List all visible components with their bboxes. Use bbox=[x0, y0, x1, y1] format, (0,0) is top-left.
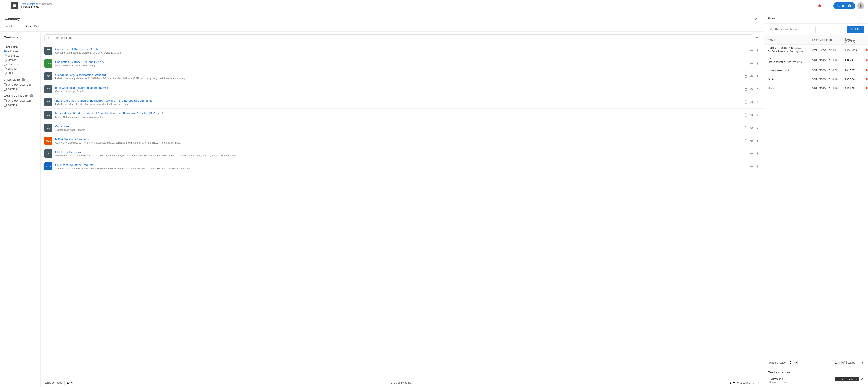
item-view-button[interactable] bbox=[749, 138, 754, 143]
item-copy-button[interactable] bbox=[743, 100, 748, 105]
item-view-button[interactable] bbox=[749, 151, 754, 156]
item-more-button[interactable] bbox=[755, 61, 760, 66]
item-more-button[interactable] bbox=[755, 138, 760, 143]
created-by-info-icon[interactable]: i bbox=[22, 78, 25, 81]
files-prev-page-button[interactable]: ‹ bbox=[856, 360, 860, 365]
filter-modified-admin[interactable]: admin (3) bbox=[4, 103, 37, 107]
item-copy-button[interactable] bbox=[743, 112, 748, 117]
files-next-page-button[interactable]: › bbox=[861, 360, 864, 365]
item-name-link[interactable]: UNESCO Thesaurus bbox=[55, 150, 741, 154]
files-col-size: Size (bytes) bbox=[841, 35, 861, 45]
item-name-link[interactable]: Population, Surface Area and Density bbox=[55, 60, 741, 64]
item-name-link[interactable]: https://eccenca.dev/graphs/demo/overall/ bbox=[55, 86, 741, 90]
file-size: 763,500 bbox=[841, 75, 861, 84]
item-more-button[interactable] bbox=[755, 164, 760, 169]
item-more-button[interactable] bbox=[755, 74, 760, 79]
item-view-button[interactable] bbox=[749, 61, 754, 66]
item-actions bbox=[743, 138, 760, 143]
breadcrumb: Data integration / Open Data Open Data bbox=[21, 2, 53, 9]
item-name-link[interactable]: International Standard Industrial Classi… bbox=[55, 112, 741, 115]
more-options-button[interactable] bbox=[825, 2, 832, 9]
add-file-button[interactable]: Add File bbox=[847, 26, 864, 33]
items-next-page-button[interactable]: › bbox=[756, 380, 760, 385]
item-view-button[interactable] bbox=[749, 74, 754, 79]
item-desc: Comprehensive data set from The Meteorit… bbox=[55, 141, 741, 144]
filter-linking[interactable]: Linking bbox=[4, 67, 37, 70]
item-copy-button[interactable] bbox=[743, 151, 748, 156]
item-more-button[interactable] bbox=[755, 100, 760, 105]
items-search-wrap bbox=[44, 34, 753, 41]
last-modified-info-icon[interactable]: i bbox=[30, 94, 33, 97]
item-more-button[interactable] bbox=[755, 151, 760, 156]
file-date: 02/11/2020, 16:44:10 bbox=[808, 84, 841, 93]
item-view-button[interactable] bbox=[749, 87, 754, 92]
files-header: Files bbox=[764, 12, 868, 24]
items-page-select[interactable]: 1 2 bbox=[727, 380, 736, 385]
file-delete-button[interactable] bbox=[864, 77, 868, 82]
items-search-input[interactable] bbox=[44, 34, 753, 41]
item-copy-button[interactable] bbox=[743, 87, 748, 92]
sidebar-filters: Contents ITEM TYPE All types Workflow Da… bbox=[0, 32, 41, 387]
filter-task[interactable]: Task bbox=[4, 71, 37, 74]
item-view-button[interactable] bbox=[749, 100, 754, 105]
files-search-input[interactable] bbox=[768, 26, 815, 33]
item-name-link[interactable]: Statistical Classification of Economic A… bbox=[55, 99, 741, 102]
item-name-link[interactable]: Currencies bbox=[55, 125, 741, 128]
item-name-link[interactable]: UN List of Industrial Products bbox=[55, 163, 741, 167]
item-more-button[interactable] bbox=[755, 125, 760, 130]
item-name-link[interactable]: Global Industry Classification Standard bbox=[55, 73, 741, 76]
item-copy-button[interactable] bbox=[743, 138, 748, 143]
items-pagination-right: 1 2 of 2 pages ‹ › bbox=[727, 380, 760, 385]
files-per-page: Items per page: 5 10 bbox=[768, 360, 798, 365]
item-copy-button[interactable] bbox=[743, 125, 748, 130]
breadcrumb-parent-link[interactable]: Data integration bbox=[21, 2, 38, 5]
filter-transform[interactable]: Transform bbox=[4, 63, 37, 66]
file-delete-button[interactable] bbox=[864, 86, 868, 91]
item-name-link[interactable]: Create overall Knowledge Graph bbox=[55, 47, 741, 51]
item-view-button[interactable] bbox=[749, 164, 754, 169]
menu-button[interactable] bbox=[4, 4, 8, 8]
filter-dataset[interactable]: Dataset bbox=[4, 59, 37, 62]
topbar: Data integration / Open Data Open Data C… bbox=[0, 0, 868, 12]
item-copy-button[interactable] bbox=[743, 61, 748, 66]
filter-created-unknown[interactable]: Unknown user (13) bbox=[4, 83, 37, 86]
summary-edit-button[interactable] bbox=[753, 15, 759, 22]
sort-button[interactable] bbox=[755, 35, 760, 41]
item-more-button[interactable] bbox=[755, 112, 760, 117]
user-avatar-button[interactable] bbox=[857, 2, 864, 9]
item-view-button[interactable] bbox=[749, 48, 754, 53]
label-value: Open Data bbox=[26, 24, 40, 28]
item-copy-button[interactable] bbox=[743, 48, 748, 53]
create-button[interactable]: Create bbox=[833, 2, 855, 9]
items-per-page-select[interactable]: 10 20 50 bbox=[64, 380, 74, 385]
item-name-link[interactable]: NASA Meteorite Landings bbox=[55, 138, 741, 141]
file-name: gics.ttl bbox=[764, 84, 808, 93]
files-pagination: Items per page: 5 10 1 2 3 of 3 pages bbox=[764, 358, 868, 367]
list-item: XML NASA Meteorite Landings Comprehensiv… bbox=[41, 134, 764, 147]
item-view-button[interactable] bbox=[749, 125, 754, 130]
filter-all-types[interactable]: All types bbox=[4, 50, 37, 53]
item-more-button[interactable] bbox=[755, 87, 760, 92]
file-delete-button[interactable] bbox=[864, 48, 868, 52]
files-header-more-button[interactable] bbox=[858, 15, 864, 21]
files-search-bar: Add File bbox=[764, 24, 868, 35]
filter-created-admin[interactable]: admin (2) bbox=[4, 87, 37, 91]
delete-button[interactable] bbox=[816, 2, 823, 9]
filter-workflow[interactable]: Workflow bbox=[4, 54, 37, 57]
items-area: Create overall Knowledge Graph Use all e… bbox=[41, 32, 764, 387]
filter-modified-unknown[interactable]: Unknown user (12) bbox=[4, 99, 37, 102]
item-copy-button[interactable] bbox=[743, 164, 748, 169]
files-per-page-select[interactable]: 5 10 bbox=[788, 360, 798, 365]
file-delete-button[interactable] bbox=[864, 68, 868, 73]
files-page-select[interactable]: 1 2 3 bbox=[833, 360, 842, 365]
items-prev-page-button[interactable]: ‹ bbox=[751, 380, 755, 385]
edit-prefix-button[interactable] bbox=[860, 377, 864, 381]
item-badge bbox=[44, 72, 53, 80]
item-content: Population, Surface Area and Density dow… bbox=[55, 60, 741, 67]
item-type-group-label: ITEM TYPE bbox=[4, 45, 37, 48]
item-view-button[interactable] bbox=[749, 112, 754, 117]
item-copy-button[interactable] bbox=[743, 74, 748, 79]
file-delete-button[interactable] bbox=[864, 58, 868, 63]
item-more-button[interactable] bbox=[755, 48, 760, 53]
right-panel: Files Add File N bbox=[764, 12, 868, 387]
